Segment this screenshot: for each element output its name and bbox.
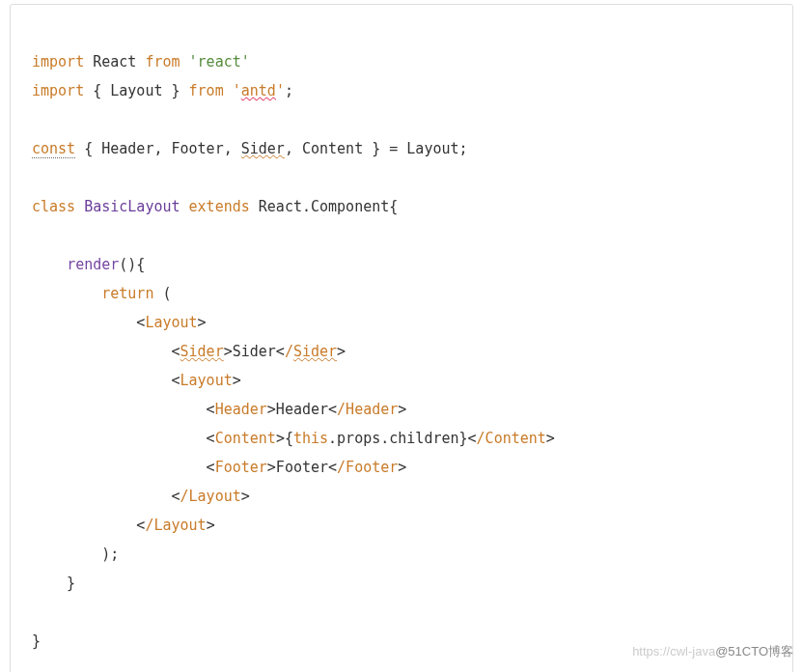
- code-line: import { Layout } from 'antd';: [32, 82, 293, 99]
- code-line: render(){: [32, 256, 145, 273]
- code-line: const { Header, Footer, Sider, Content }…: [32, 140, 468, 158]
- code-line: }: [32, 632, 41, 650]
- code-line: );: [32, 546, 119, 563]
- code-line: <Header>Header</Header>: [32, 401, 406, 418]
- code-line: <Layout>: [32, 314, 207, 331]
- code-line: }: [32, 574, 75, 592]
- code-line: <Sider>Sider</Sider>: [32, 343, 346, 360]
- code-line: class BasicLayout extends React.Componen…: [32, 198, 398, 215]
- code-line: import React from 'react': [32, 53, 250, 70]
- code-line: </Layout>: [32, 488, 250, 505]
- code-line: <Layout>: [32, 372, 241, 389]
- code-line: return (: [32, 285, 172, 302]
- code-line: </Layout>: [32, 517, 215, 534]
- code-line: <Footer>Footer</Footer>: [32, 459, 406, 476]
- code-line: <Content>{this.props.children}</Content>: [32, 430, 555, 447]
- code-block: import React from 'react' import { Layou…: [10, 4, 793, 672]
